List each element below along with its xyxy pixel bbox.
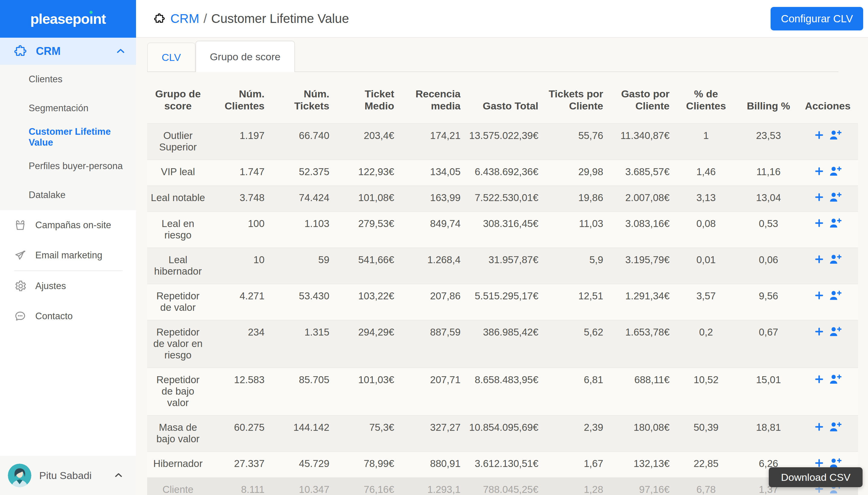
column-header-gasto_por_cliente: Gasto por Cliente	[608, 72, 675, 124]
cell-ticket_medio: 76,16€	[335, 478, 400, 495]
user-menu[interactable]: Pitu Sabadi	[0, 456, 136, 495]
sidebar-item-segmentacion[interactable]: Segmentación	[0, 94, 136, 123]
column-header-acciones: Acciones	[800, 72, 858, 124]
add-action-button[interactable]	[814, 130, 824, 140]
sidebar-item-label: Perfiles buyer-persona	[29, 161, 123, 172]
sidebar-item-ajustes[interactable]: Ajustes	[0, 271, 136, 301]
cell-acciones	[800, 124, 858, 160]
cell-num_clientes: 3.748	[211, 186, 270, 211]
add-user-action-button[interactable]	[829, 421, 842, 432]
chevron-up-icon[interactable]	[114, 471, 123, 480]
add-user-action-button[interactable]	[829, 326, 842, 337]
cell-gasto_por_cliente: 3.083,16€	[608, 211, 675, 248]
cell-gasto_total: 3.612.130,51€	[466, 451, 544, 478]
cell-acciones	[800, 211, 858, 248]
plus-icon	[814, 326, 824, 337]
cell-pct_clientes: 1,46	[675, 160, 739, 186]
content-area: CLVGrupo de score Grupo de scoreNúm. Cli…	[136, 38, 868, 495]
cell-recencia_media: 207,86	[400, 284, 466, 320]
logo-green-dot-i: ı	[89, 11, 93, 27]
cell-grupo: Cliente reciente	[147, 478, 211, 495]
cell-tickets_por_cliente: 1,67	[544, 451, 608, 478]
app-logo[interactable]: pleasepoınt	[0, 0, 136, 38]
cell-acciones	[800, 186, 858, 211]
user-plus-icon	[829, 166, 842, 176]
cell-gasto_total: 788.045,25€	[466, 478, 544, 495]
cell-num_tickets: 1.315	[270, 320, 335, 368]
chevron-up-icon	[116, 46, 126, 56]
column-header-num_clientes: Núm. Clientes	[211, 72, 270, 124]
add-action-button[interactable]	[814, 166, 824, 176]
add-action-button[interactable]	[814, 458, 824, 468]
tab-grupo-de-score[interactable]: Grupo de score	[196, 41, 295, 72]
sidebar-item-clientes[interactable]: Clientes	[0, 65, 136, 94]
add-action-button[interactable]	[814, 290, 824, 301]
add-action-button[interactable]	[814, 218, 824, 228]
sidebar-item-label: Segmentación	[29, 103, 88, 114]
add-user-action-button[interactable]	[829, 374, 842, 385]
plus-icon	[814, 422, 824, 432]
table-row-vip-leal: VIP leal1.74752.375122,93€134,056.438.69…	[147, 160, 858, 186]
sidebar-item-crm-label: CRM	[36, 45, 61, 57]
add-user-action-button[interactable]	[829, 217, 842, 228]
add-action-button[interactable]	[814, 254, 824, 264]
cell-num_clientes: 12.583	[211, 368, 270, 415]
add-user-action-button[interactable]	[829, 191, 842, 202]
cell-billing_pct: 0,53	[739, 211, 800, 248]
cell-billing_pct: 18,81	[739, 415, 800, 451]
sidebar-item-crm[interactable]: CRM	[0, 38, 136, 65]
sidebar-item-perfiles-buyer-persona[interactable]: Perfiles buyer-persona	[0, 152, 136, 181]
cell-acciones	[800, 320, 858, 368]
table-row-leal-en-riesgo: Leal en riesgo1001.103279,53€849,74308.3…	[147, 211, 858, 248]
cell-billing_pct: 0,06	[739, 248, 800, 284]
cell-num_tickets: 45.729	[270, 451, 335, 478]
add-action-button[interactable]	[814, 326, 824, 337]
page-title: Customer Lifetime Value	[211, 12, 349, 26]
cell-recencia_media: 1.293,1	[400, 478, 466, 495]
sidebar-item-label: Campañas on-site	[35, 220, 111, 231]
cell-billing_pct: 9,56	[739, 284, 800, 320]
download-csv-button[interactable]: Download CSV	[769, 467, 863, 487]
cell-num_tickets: 1.103	[270, 211, 335, 248]
plus-icon	[814, 130, 824, 140]
cell-pct_clientes: 0,2	[675, 320, 739, 368]
cell-grupo: VIP leal	[147, 160, 211, 186]
main-area: CRM / Customer Lifetime Value Configurar…	[136, 0, 868, 495]
cell-grupo: Leal notable	[147, 186, 211, 211]
cell-acciones	[800, 415, 858, 451]
score-table-wrap: Grupo de scoreNúm. ClientesNúm. TicketsT…	[147, 72, 858, 495]
cell-grupo: Repetidor de valor	[147, 284, 211, 320]
add-user-action-button[interactable]	[829, 254, 842, 264]
puzzle-icon	[153, 13, 166, 25]
sidebar-item-contacto[interactable]: Contacto	[0, 301, 136, 331]
add-user-action-button[interactable]	[829, 129, 842, 140]
cell-ticket_medio: 78,99€	[335, 451, 400, 478]
sidebar-item-label: Customer Lifetime Value	[29, 126, 126, 148]
sidebar-item-customer-lifetime-value[interactable]: Customer Lifetime Value	[0, 123, 136, 152]
add-action-button[interactable]	[814, 192, 824, 202]
sidebar-nav: CRM ClientesSegmentaciónCustomer Lifetim…	[0, 38, 136, 331]
tab-clv[interactable]: CLV	[147, 42, 196, 71]
add-action-button[interactable]	[814, 374, 824, 385]
table-row-repetidor-de-valor: Repetidor de valor4.27153.430103,22€207,…	[147, 284, 858, 320]
add-user-action-button[interactable]	[829, 166, 842, 176]
cell-recencia_media: 880,91	[400, 451, 466, 478]
add-action-button[interactable]	[814, 422, 824, 432]
cell-gasto_total: 5.515.295,17€	[466, 284, 544, 320]
add-user-action-button[interactable]	[829, 457, 842, 468]
cell-gasto_por_cliente: 3.685,57€	[608, 160, 675, 186]
sidebar-item-email-marketing[interactable]: Email marketing	[0, 240, 136, 270]
cell-recencia_media: 207,71	[400, 368, 466, 415]
breadcrumb-crm-link[interactable]: CRM	[170, 12, 199, 26]
sidebar-item-campanas-on-site[interactable]: Campañas on-site	[0, 210, 136, 240]
sidebar-item-datalake[interactable]: Datalake	[0, 181, 136, 209]
cell-tickets_por_cliente: 1,28	[544, 478, 608, 495]
cell-num_clientes: 8.111	[211, 478, 270, 495]
cell-pct_clientes: 50,39	[675, 415, 739, 451]
cell-recencia_media: 163,99	[400, 186, 466, 211]
sidebar-item-label: Contacto	[35, 311, 73, 322]
sidebar-item-label: Email marketing	[35, 250, 102, 261]
add-user-action-button[interactable]	[829, 290, 842, 301]
configure-clv-button[interactable]: Configurar CLV	[771, 7, 863, 31]
table-row-repetidor-de-valor-en-riesgo: Repetidor de valor en riesgo2341.315294,…	[147, 320, 858, 368]
